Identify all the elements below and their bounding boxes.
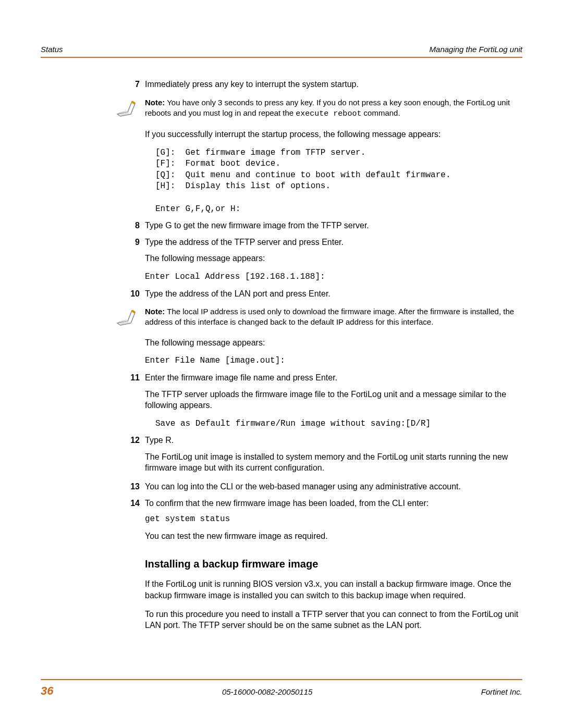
step-number: 11 xyxy=(121,372,140,384)
note-icon xyxy=(116,307,137,326)
company-name: Fortinet Inc. xyxy=(481,687,522,696)
header-left: Status xyxy=(41,45,63,54)
section-p1: If the FortiLog unit is running BIOS ver… xyxy=(145,578,520,601)
step-text: You can log into the CLI or the web-base… xyxy=(145,482,461,491)
step-10-code: Enter File Name [image.out]: xyxy=(145,355,520,367)
page-footer: 36 05-16000-0082-20050115 Fortinet Inc. xyxy=(41,679,522,698)
step-14-p: You can test the new firmware image as r… xyxy=(145,530,520,542)
step-9-code: Enter Local Address [192.168.1.188]: xyxy=(145,272,520,283)
step-number: 10 xyxy=(121,288,140,300)
interrupt-msg: If you successfully interrupt the startu… xyxy=(145,129,520,140)
note-label: Note: xyxy=(145,98,165,107)
step-8: 8 Type G to get the new firmware image f… xyxy=(145,220,520,231)
step-9-msg: The following message appears: xyxy=(145,253,520,264)
note-label: Note: xyxy=(145,307,165,316)
step-number: 14 xyxy=(121,498,140,509)
page-number: 36 xyxy=(41,684,53,698)
step-12: 12 Type R. xyxy=(145,435,520,446)
header-right: Managing the FortiLog unit xyxy=(430,45,522,54)
step-11-p: The TFTP server uploads the firmware ima… xyxy=(145,389,520,411)
note-1: Note: You have only 3 seconds to press a… xyxy=(145,97,520,120)
step-text: Type G to get the new firmware image fro… xyxy=(145,221,369,230)
step-11-code: Save as Default firmware/Run image witho… xyxy=(155,418,520,430)
step-text: Immediately press any key to interrupt t… xyxy=(145,80,359,89)
boot-menu-code: [G]: Get firmware image from TFTP server… xyxy=(155,147,520,215)
note-text-post: command. xyxy=(361,108,400,117)
section-p2: To run this procedure you need to instal… xyxy=(145,609,520,631)
step-number: 13 xyxy=(121,481,140,492)
note-icon xyxy=(116,98,137,117)
note-cmd: execute reboot xyxy=(296,109,361,118)
step-text: Enter the firmware image file name and p… xyxy=(145,373,337,382)
step-9: 9 Type the address of the TFTP server an… xyxy=(145,237,520,248)
step-text: Type R. xyxy=(145,436,174,445)
step-number: 8 xyxy=(121,220,140,231)
step-10: 10 Type the address of the LAN port and … xyxy=(145,288,520,300)
note-2: Note: The local IP address is used only … xyxy=(145,306,520,328)
page-header: Status Managing the FortiLog unit xyxy=(41,45,522,58)
doc-id: 05-16000-0082-20050115 xyxy=(222,687,313,696)
step-11: 11 Enter the firmware image file name an… xyxy=(145,372,520,384)
body-content: 7 Immediately press any key to interrupt… xyxy=(145,79,520,631)
step-10-msg: The following message appears: xyxy=(145,337,520,349)
step-text: To confirm that the new firmware image h… xyxy=(145,499,429,508)
step-number: 9 xyxy=(121,237,140,248)
step-text: Type the address of the LAN port and pre… xyxy=(145,289,331,298)
step-12-p: The FortiLog unit image is installed to … xyxy=(145,451,520,474)
step-text: Type the address of the TFTP server and … xyxy=(145,238,344,246)
step-7: 7 Immediately press any key to interrupt… xyxy=(145,79,520,90)
page: Status Managing the FortiLog unit 7 Imme… xyxy=(0,0,563,728)
section-heading: Installing a backup firmware image xyxy=(145,557,520,571)
step-13: 13 You can log into the CLI or the web-b… xyxy=(145,481,520,492)
note-text: The local IP address is used only to dow… xyxy=(145,307,514,326)
step-14: 14 To confirm that the new firmware imag… xyxy=(145,498,520,509)
step-number: 7 xyxy=(121,79,140,90)
step-14-code: get system status xyxy=(145,514,520,525)
step-number: 12 xyxy=(121,435,140,446)
